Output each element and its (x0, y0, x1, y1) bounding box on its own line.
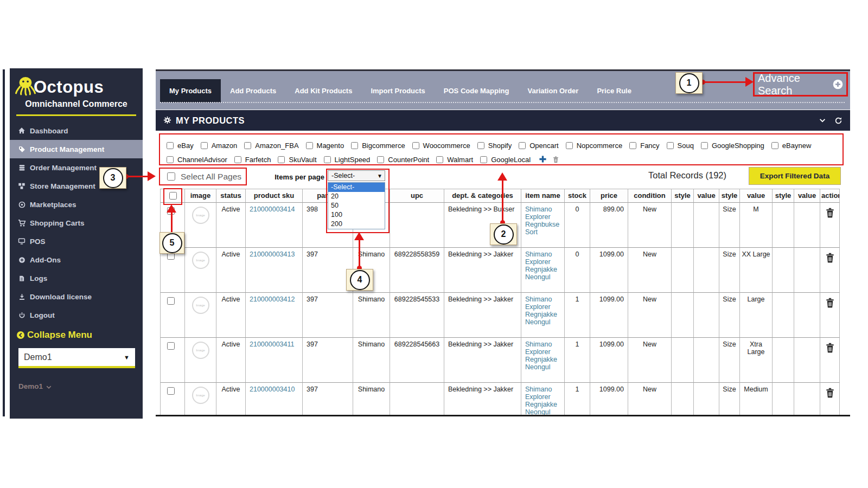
product-image-placeholder: Image (192, 207, 209, 224)
sidebar-item-dashboard[interactable]: Dashboard (10, 121, 143, 140)
item-name-link[interactable]: Shimano Explorer Regnjakke Neongul (525, 296, 557, 326)
row-checkbox[interactable] (167, 342, 175, 350)
items-per-page-option-100[interactable]: 100 (328, 210, 385, 220)
channel-checkbox-woocommerce[interactable] (412, 142, 419, 149)
channel-checkbox-walmart[interactable] (436, 156, 443, 163)
channel-checkbox-googlelocal[interactable] (480, 156, 487, 163)
product-sku-link[interactable]: 210000003413 (250, 251, 295, 258)
tab-price-rule[interactable]: Price Rule (588, 79, 641, 102)
tab-add-kit-products[interactable]: Add Kit Products (285, 79, 361, 102)
sidebar-item-logout[interactable]: Logout (10, 306, 143, 324)
items-per-page-option-20[interactable]: 20 (328, 192, 385, 201)
add-channel-button[interactable] (539, 153, 547, 162)
select-all-pages-checkbox[interactable] (167, 172, 175, 181)
row-style-2: Size (719, 383, 740, 415)
account-select[interactable]: Demo1 ▼ (18, 348, 135, 368)
channel-checkbox-bigcommerce[interactable] (351, 142, 358, 149)
row-value-1 (694, 383, 719, 415)
channel-checkbox-amazon[interactable] (201, 142, 208, 149)
item-name-link[interactable]: Shimano Explorer Regnbukse Sort (525, 206, 559, 236)
advance-search-button[interactable]: Advance Search (758, 72, 832, 97)
delete-row-button[interactable] (825, 253, 835, 264)
table-header-value-15: value (740, 189, 773, 203)
channel-checkbox-shopify[interactable] (477, 142, 484, 149)
row-image-cell: Image (185, 383, 216, 415)
product-sku-link[interactable]: 210000003414 (250, 206, 295, 213)
channel-checkbox-channeladvisor[interactable] (167, 156, 174, 163)
channel-checkbox-googleshopping[interactable] (701, 142, 708, 149)
channel-checkbox-magento[interactable] (306, 142, 313, 149)
sidebar-item-marketplaces[interactable]: Marketplaces (10, 195, 143, 214)
row-stock: 0 (565, 248, 590, 293)
sidebar-item-product-management[interactable]: Product Management (10, 140, 143, 158)
delete-row-button[interactable] (825, 208, 835, 219)
row-checkbox[interactable] (167, 387, 175, 395)
app-name: Octopus (34, 78, 104, 97)
delete-row-button[interactable] (825, 388, 835, 399)
tab-variation-order[interactable]: Variation Order (518, 79, 588, 102)
product-sku-link[interactable]: 210000003411 (250, 341, 295, 348)
refresh-icon[interactable] (834, 117, 843, 125)
select-all-rows-checkbox[interactable] (169, 192, 177, 200)
row-checkbox[interactable] (167, 297, 175, 305)
app-tagline: Omnichannel Commerce (10, 98, 143, 113)
channel-checkbox-amazon-fba[interactable] (244, 142, 251, 149)
tab-pos-code-mapping[interactable]: POS Code Mapping (435, 79, 519, 102)
tab-add-products[interactable]: Add Products (221, 79, 285, 102)
item-name-link[interactable]: Shimano Explorer Regnjakke Neongul (525, 341, 557, 371)
items-per-page-select[interactable]: -Select- ▼ (328, 170, 385, 181)
sidebar-item-label: Add-Ons (30, 256, 61, 264)
item-name-link[interactable]: Shimano Explorer Regnjakke Neongul (525, 251, 557, 281)
row-image-cell: Image (185, 203, 216, 248)
annotation-arrowhead (354, 232, 364, 240)
delete-channel-button[interactable] (552, 153, 559, 160)
channel-checkbox-skuvault[interactable] (278, 156, 285, 163)
channel-label: Souq (678, 142, 694, 150)
table-header-col-0 (161, 189, 185, 203)
sidebar-item-download-license[interactable]: Download license (10, 287, 143, 306)
plus-circle-icon[interactable] (833, 79, 843, 89)
row-status: Active (216, 248, 246, 293)
tab-my-products[interactable]: My Products (160, 79, 221, 102)
product-sku-link[interactable]: 210000003412 (250, 296, 295, 303)
row-status: Active (216, 203, 246, 248)
sidebar-item-label: Logout (30, 311, 55, 319)
row-value-3 (794, 383, 820, 415)
delete-row-button[interactable] (825, 298, 835, 309)
delete-row-button[interactable] (825, 343, 835, 354)
items-per-page-option-select[interactable]: -Select- (328, 183, 385, 192)
channel-walmart: Walmart (436, 152, 473, 166)
row-item-name: Shimano Explorer Regnjakke Neongul (521, 248, 565, 293)
channel-checkbox-ebaynew[interactable] (771, 142, 778, 149)
item-name-link[interactable]: Shimano Explorer Regnjakke Neongul (525, 386, 557, 415)
channel-checkbox-counterpoint[interactable] (377, 156, 384, 163)
sidebar-item-logs[interactable]: Logs (10, 269, 143, 287)
channel-checkbox-lightspeed[interactable] (324, 156, 331, 163)
row-manufacturer: Shimano (353, 338, 390, 383)
channel-checkbox-ebay[interactable] (167, 142, 174, 149)
channel-fancy: Fancy (629, 138, 659, 152)
items-per-page-option-200[interactable]: 200 (328, 220, 385, 229)
row-item-name: Shimano Explorer Regnjakke Neongul (521, 383, 565, 415)
channel-checkbox-fancy[interactable] (629, 142, 636, 149)
collapse-panel-chevron-icon[interactable] (819, 117, 827, 125)
row-price: 1099.00 (590, 248, 628, 293)
tab-import-products[interactable]: Import Products (361, 79, 434, 102)
collapse-menu-button[interactable]: Collapse Menu (16, 330, 143, 341)
channel-checkbox-nopcommerce[interactable] (566, 142, 573, 149)
row-image-cell: Image (185, 248, 216, 293)
items-per-page-option-50[interactable]: 50 (328, 201, 385, 210)
account-footer[interactable]: Demo1 (18, 382, 143, 390)
sidebar-item-add-ons[interactable]: Add-Ons (10, 251, 143, 269)
sidebar-item-shopping-carts[interactable]: Shopping Carts (10, 214, 143, 232)
channel-checkbox-farfetch[interactable] (234, 156, 241, 163)
annotation-arrow-line (359, 240, 360, 268)
channel-checkbox-opencart[interactable] (519, 142, 526, 149)
row-value-2: M (740, 203, 773, 248)
sidebar-item-pos[interactable]: POS (10, 232, 143, 251)
home-icon (17, 126, 26, 135)
channel-checkbox-souq[interactable] (667, 142, 674, 149)
annotation-arrow-line (171, 211, 173, 233)
export-filtered-data-button[interactable]: Export Filtered Data (749, 167, 841, 185)
product-sku-link[interactable]: 210000003410 (250, 386, 295, 393)
